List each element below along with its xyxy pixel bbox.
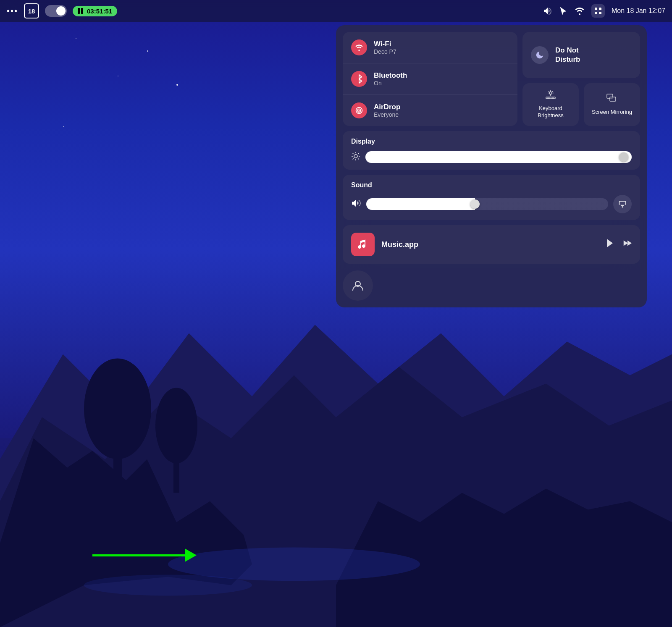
airplay-button[interactable] [613, 195, 632, 213]
arrow-head [185, 548, 197, 562]
menubar: ••• 18 03:51:51 [0, 0, 672, 22]
music-controls [606, 239, 632, 250]
airdrop-title: AirDrop [374, 103, 400, 111]
cc-bottom-buttons: Keyboard Brightness Screen Mirroring [522, 83, 640, 126]
airdrop-item[interactable]: AirDrop Everyone [343, 95, 517, 126]
music-section: Music.app [343, 225, 640, 264]
svg-marker-47 [607, 239, 613, 247]
timer-value: 03:51:51 [87, 8, 112, 15]
volume-slider[interactable] [366, 198, 608, 210]
screen-mirroring-icon [606, 94, 617, 105]
music-app-icon [351, 233, 375, 256]
svg-rect-5 [113, 451, 122, 493]
wifi-item[interactable]: Wi-Fi Deco P7 [343, 32, 517, 63]
menubar-right: Mon 18 Jan 12:07 [543, 4, 665, 18]
svg-point-20 [359, 110, 360, 111]
brightness-slider[interactable] [365, 151, 632, 163]
volume-icon-cc [351, 199, 361, 210]
svg-point-6 [155, 388, 197, 463]
moon-icon [531, 46, 549, 64]
screen-mirroring-label: Screen Mirroring [592, 109, 632, 116]
arrow-line [92, 554, 185, 556]
svg-line-25 [549, 91, 549, 92]
svg-rect-12 [595, 8, 597, 10]
svg-rect-13 [599, 8, 601, 10]
svg-point-37 [354, 155, 357, 158]
svg-point-4 [84, 358, 151, 459]
sound-section: Sound [343, 175, 640, 220]
control-center-icon[interactable] [591, 4, 605, 18]
volume-slider-thumb [470, 199, 480, 209]
star [118, 76, 118, 76]
play-button[interactable] [606, 239, 614, 250]
keyboard-brightness-label: Keyboard Brightness [528, 105, 574, 119]
keyboard-brightness-icon [545, 90, 556, 102]
toggle-thumb [56, 6, 66, 16]
brightness-slider-row [351, 151, 632, 163]
cc-bottom-row [343, 269, 640, 301]
volume-icon[interactable] [543, 6, 552, 16]
pause-icon [78, 8, 84, 14]
wifi-menubar-icon[interactable] [575, 6, 585, 16]
sound-title: Sound [351, 181, 632, 189]
svg-point-10 [84, 575, 252, 596]
cursor-icon[interactable] [559, 6, 568, 16]
airdrop-icon [351, 102, 367, 118]
green-arrow-annotation [92, 548, 197, 562]
bluetooth-icon [351, 71, 367, 87]
svg-line-45 [353, 158, 354, 159]
screen-mirroring-btn[interactable]: Screen Mirroring [584, 83, 640, 126]
dnd-label: Do NotDisturb [555, 46, 580, 64]
cc-right-panels: Do NotDisturb [522, 32, 640, 126]
calendar-date: 18 [28, 8, 35, 15]
svg-line-44 [358, 153, 359, 154]
svg-marker-49 [627, 241, 632, 246]
menubar-datetime: Mon 18 Jan 12:07 [612, 7, 665, 15]
menubar-timer[interactable]: 03:51:51 [73, 6, 117, 16]
brightness-slider-thumb [619, 152, 628, 162]
star [147, 50, 148, 52]
cc-top-row: Wi-Fi Deco P7 Bluetooth On [343, 32, 640, 126]
svg-rect-7 [173, 459, 179, 493]
svg-line-42 [353, 153, 354, 154]
svg-line-26 [552, 91, 553, 92]
svg-marker-48 [624, 241, 628, 246]
svg-point-16 [358, 50, 360, 51]
star [76, 38, 76, 39]
wifi-title: Wi-Fi [374, 40, 396, 48]
display-title: Display [351, 138, 632, 145]
keyboard-brightness-btn[interactable]: Keyboard Brightness [522, 83, 579, 126]
control-center-panel: Wi-Fi Deco P7 Bluetooth On [336, 25, 647, 307]
svg-line-43 [358, 158, 359, 159]
user-account-button[interactable] [343, 270, 373, 301]
cc-connectivity-panel: Wi-Fi Deco P7 Bluetooth On [343, 32, 517, 126]
bluetooth-subtitle: On [374, 80, 407, 87]
bluetooth-text: Bluetooth On [374, 71, 407, 87]
airdrop-text: AirDrop Everyone [374, 103, 400, 118]
brightness-icon [351, 152, 360, 163]
menubar-left: ••• 18 03:51:51 [7, 3, 538, 18]
music-app-name: Music.app [381, 240, 599, 249]
star [176, 84, 178, 86]
bluetooth-title: Bluetooth [374, 71, 407, 80]
wifi-icon [351, 39, 367, 55]
menubar-calendar[interactable]: 18 [24, 3, 39, 18]
display-section: Display [343, 131, 640, 170]
svg-rect-14 [595, 12, 597, 14]
skip-forward-button[interactable] [622, 239, 632, 250]
svg-rect-36 [610, 97, 616, 101]
airdrop-subtitle: Everyone [374, 111, 400, 118]
wifi-text: Wi-Fi Deco P7 [374, 40, 396, 55]
bluetooth-item[interactable]: Bluetooth On [343, 63, 517, 95]
menubar-toggle[interactable] [45, 5, 67, 17]
volume-row [351, 195, 632, 213]
svg-point-11 [579, 13, 580, 15]
svg-rect-15 [599, 12, 601, 14]
do-not-disturb-item[interactable]: Do NotDisturb [522, 32, 640, 78]
svg-point-27 [549, 92, 552, 94]
menubar-dots[interactable]: ••• [7, 6, 18, 16]
svg-point-46 [622, 207, 623, 208]
wifi-subtitle: Deco P7 [374, 48, 396, 55]
